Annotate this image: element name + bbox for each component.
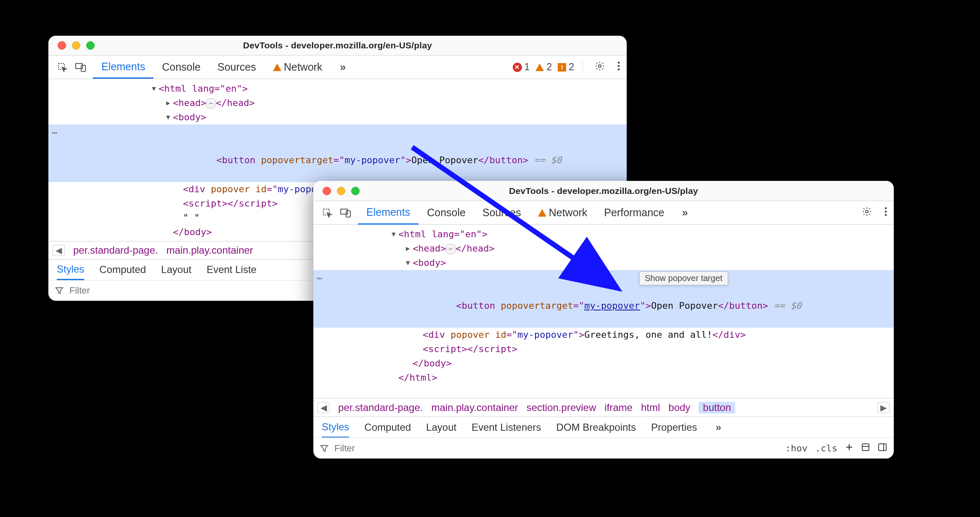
breadcrumb-item[interactable]: per.standard-page. bbox=[338, 402, 423, 414]
settings-gear-icon[interactable] bbox=[591, 61, 608, 74]
toggle-sidebar-icon[interactable] bbox=[878, 443, 887, 454]
svg-point-12 bbox=[885, 210, 887, 212]
filter-input[interactable] bbox=[334, 443, 780, 454]
eq-dollar0: == $0 bbox=[768, 300, 801, 311]
ellipsis-icon[interactable]: ⋯ bbox=[206, 98, 215, 109]
tab-performance[interactable]: Performance bbox=[596, 201, 673, 224]
dom-text: Open Popover bbox=[411, 155, 478, 165]
dom-node[interactable]: </body> bbox=[413, 358, 452, 369]
subtab-properties[interactable]: Properties bbox=[651, 417, 697, 437]
breadcrumb-scroll-left-icon[interactable]: ◀ bbox=[318, 402, 330, 413]
breadcrumb-item[interactable]: main.play.container bbox=[166, 244, 253, 256]
tab-network-label: Network bbox=[284, 61, 323, 73]
window-title: DevTools - developer.mozilla.org/en-US/p… bbox=[313, 186, 894, 196]
dom-node[interactable]: <html lang="en"> bbox=[159, 83, 248, 94]
device-toggle-icon[interactable] bbox=[339, 208, 352, 217]
breadcrumb-item[interactable]: iframe bbox=[604, 402, 633, 414]
tab-network-label: Network bbox=[549, 207, 588, 219]
error-count[interactable]: ✕ 1 bbox=[513, 61, 530, 73]
overflow-ellipsis-icon[interactable]: ⋯ bbox=[52, 126, 58, 140]
new-style-rule-icon[interactable] bbox=[845, 443, 853, 453]
svg-point-10 bbox=[866, 210, 868, 213]
breadcrumb-item[interactable]: section.preview bbox=[527, 402, 596, 414]
kebab-menu-icon[interactable] bbox=[881, 207, 890, 219]
dom-node[interactable]: <script> bbox=[183, 198, 228, 209]
subtab-layout[interactable]: Layout bbox=[161, 260, 191, 280]
subtab-computed[interactable]: Computed bbox=[99, 260, 146, 280]
dom-selected-line[interactable]: ⋯ <button popovertarget="my-popover">Ope… bbox=[313, 270, 894, 327]
breadcrumb-item[interactable]: per.standard-page. bbox=[73, 244, 158, 256]
breadcrumb-item-selected[interactable]: button bbox=[699, 402, 735, 414]
subtab-layout[interactable]: Layout bbox=[426, 417, 456, 437]
close-icon[interactable] bbox=[58, 41, 66, 50]
tab-console[interactable]: Console bbox=[154, 56, 209, 78]
svg-point-11 bbox=[885, 207, 887, 209]
kebab-menu-icon[interactable] bbox=[614, 61, 623, 74]
more-subtabs-chevron-icon[interactable]: » bbox=[712, 422, 724, 433]
popovertarget-link[interactable]: my-popover bbox=[584, 300, 640, 311]
breadcrumb[interactable]: ◀ per.standard-page. main.play.container… bbox=[313, 398, 894, 416]
breadcrumb-item[interactable]: body bbox=[668, 402, 690, 414]
dom-node[interactable]: </body> bbox=[173, 227, 212, 237]
breadcrumb-scroll-left-icon[interactable]: ◀ bbox=[53, 245, 65, 256]
dom-text: Greetings, one and all! bbox=[584, 329, 712, 340]
more-tabs-chevron-icon[interactable]: » bbox=[678, 207, 691, 219]
tab-network[interactable]: Network bbox=[530, 201, 596, 224]
zoom-icon[interactable] bbox=[351, 187, 360, 195]
dom-node[interactable]: <html lang="en"> bbox=[398, 229, 487, 239]
minimize-icon[interactable] bbox=[72, 41, 80, 50]
subtab-event-listeners[interactable]: Event Listeners bbox=[471, 417, 541, 437]
dom-node[interactable]: </html> bbox=[398, 372, 437, 383]
traffic-lights bbox=[58, 41, 95, 50]
breadcrumb-scroll-right-icon[interactable]: ▶ bbox=[877, 402, 890, 413]
breadcrumb-item[interactable]: html bbox=[641, 402, 660, 414]
inspect-icon[interactable] bbox=[56, 62, 69, 72]
subtab-computed[interactable]: Computed bbox=[364, 417, 411, 437]
overflow-ellipsis-icon[interactable]: ⋯ bbox=[317, 271, 323, 286]
subtab-dom-breakpoints[interactable]: DOM Breakpoints bbox=[556, 417, 636, 437]
dom-node[interactable]: <script> bbox=[423, 344, 467, 354]
titlebar: DevTools - developer.mozilla.org/en-US/p… bbox=[313, 181, 894, 201]
dom-node: </div> bbox=[712, 329, 746, 340]
tab-network[interactable]: Network bbox=[265, 56, 331, 78]
dom-tree[interactable]: ▼<html lang="en"> ▶<head>⋯</head> ▼<body… bbox=[313, 225, 894, 398]
dom-text: " " bbox=[183, 212, 200, 223]
dom-node: </head> bbox=[216, 98, 255, 108]
tab-sources[interactable]: Sources bbox=[209, 56, 265, 78]
tooltip: Show popover target bbox=[639, 271, 728, 285]
tab-console[interactable]: Console bbox=[418, 201, 474, 224]
device-toggle-icon[interactable] bbox=[74, 63, 87, 72]
cls-toggle[interactable]: .cls bbox=[815, 443, 837, 453]
dom-selected-line[interactable]: ⋯ <button popovertarget="my-popover">Ope… bbox=[48, 125, 627, 182]
minimize-icon[interactable] bbox=[337, 187, 345, 195]
inspect-icon[interactable] bbox=[321, 208, 334, 218]
hov-toggle[interactable]: :hov bbox=[785, 443, 808, 453]
warning-count[interactable]: 2 bbox=[535, 61, 552, 73]
svg-point-4 bbox=[618, 61, 620, 64]
subtab-event-listeners[interactable]: Event Liste bbox=[207, 260, 257, 280]
dom-node[interactable]: <body> bbox=[173, 112, 206, 122]
traffic-lights bbox=[323, 187, 360, 195]
svg-rect-15 bbox=[879, 444, 886, 451]
subtab-styles[interactable]: Styles bbox=[57, 260, 84, 280]
warning-icon bbox=[273, 64, 281, 71]
tab-elements[interactable]: Elements bbox=[358, 201, 418, 225]
dom-node[interactable]: <head> bbox=[413, 243, 446, 254]
main-toolbar: Elements Console Sources Network Perform… bbox=[313, 201, 894, 225]
dom-node[interactable]: <head> bbox=[173, 98, 206, 108]
breadcrumb-item[interactable]: main.play.container bbox=[431, 402, 518, 414]
issue-count[interactable]: ! 2 bbox=[558, 61, 574, 73]
subtab-styles[interactable]: Styles bbox=[322, 417, 349, 438]
zoom-icon[interactable] bbox=[86, 41, 95, 50]
issue-icon: ! bbox=[558, 63, 566, 72]
dom-node[interactable]: <body> bbox=[413, 257, 446, 268]
ellipsis-icon[interactable]: ⋯ bbox=[446, 244, 455, 254]
more-tabs-chevron-icon[interactable]: » bbox=[336, 61, 349, 73]
titlebar: DevTools - developer.mozilla.org/en-US/p… bbox=[48, 36, 627, 56]
close-icon[interactable] bbox=[323, 187, 331, 195]
settings-gear-icon[interactable] bbox=[858, 207, 875, 219]
computed-styles-icon[interactable] bbox=[861, 443, 870, 454]
tab-sources[interactable]: Sources bbox=[474, 201, 530, 224]
dom-node: </button> bbox=[478, 155, 528, 165]
tab-elements[interactable]: Elements bbox=[93, 56, 154, 79]
